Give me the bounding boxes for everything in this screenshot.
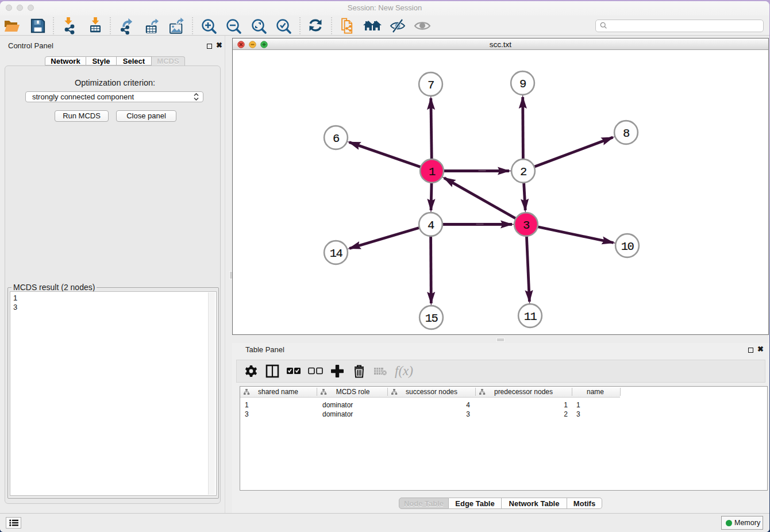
svg-text:10: 10 bbox=[621, 240, 634, 253]
svg-text:15: 15 bbox=[425, 312, 438, 325]
svg-text:4: 4 bbox=[428, 219, 434, 232]
svg-text:3: 3 bbox=[523, 219, 529, 232]
svg-text:1: 1 bbox=[429, 165, 436, 179]
svg-text:predecessor nodes: predecessor nodes bbox=[494, 388, 553, 396]
svg-text:11: 11 bbox=[524, 310, 537, 323]
svg-text:14: 14 bbox=[330, 247, 343, 260]
svg-text:shared name: shared name bbox=[258, 388, 298, 396]
svg-text:7: 7 bbox=[428, 79, 434, 92]
svg-text:MCDS role: MCDS role bbox=[336, 388, 370, 396]
svg-text:6: 6 bbox=[333, 132, 339, 145]
svg-text:name: name bbox=[587, 388, 604, 396]
svg-text:8: 8 bbox=[623, 127, 629, 140]
svg-text:successor nodes: successor nodes bbox=[406, 388, 457, 396]
svg-text:f(x): f(x) bbox=[395, 364, 413, 378]
svg-text:2: 2 bbox=[520, 165, 526, 179]
svg-text:9: 9 bbox=[519, 78, 526, 91]
